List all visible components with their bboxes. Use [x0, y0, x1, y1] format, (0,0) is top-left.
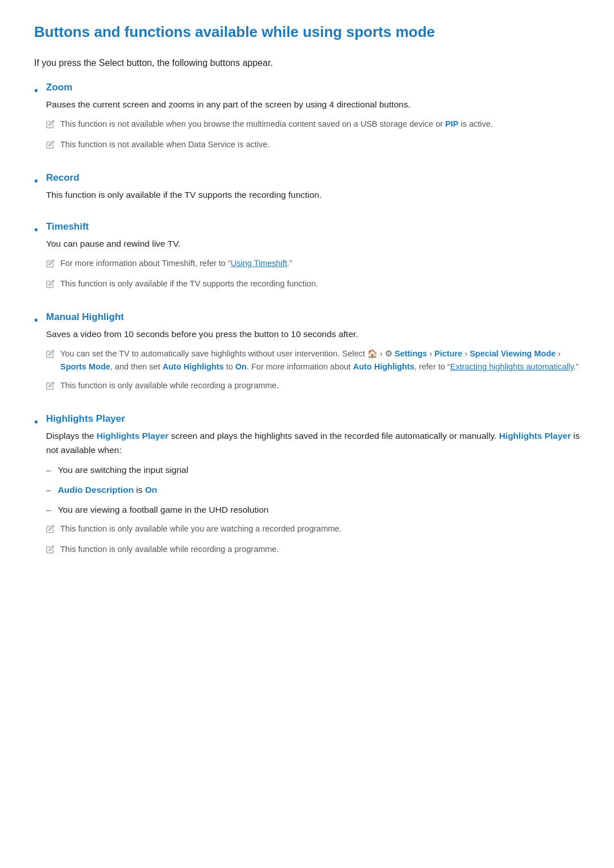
dash-item: –You are switching the input signal	[46, 463, 580, 477]
section-item-manual-highlight: •Manual HighlightSaves a video from 10 s…	[34, 312, 580, 400]
section-title-manual-highlight: Manual Highlight	[46, 312, 580, 323]
dash-text: You are viewing a football game in the U…	[58, 503, 269, 517]
section-desc-highlights-player: Displays the Highlights Player screen an…	[46, 429, 580, 458]
section-desc-record: This function is only available if the T…	[46, 188, 580, 202]
note-item: This function is only available while re…	[46, 543, 580, 558]
section-item-record: •RecordThis function is only available i…	[34, 172, 580, 208]
note-list-timeshift: For more information about Timeshift, re…	[46, 257, 580, 292]
note-item: This function is only available while yo…	[46, 522, 580, 537]
bullet-dot: •	[34, 222, 38, 238]
section-desc-timeshift: You can pause and rewind live TV.	[46, 237, 580, 251]
section-title-highlights-player: Highlights Player	[46, 413, 580, 425]
note-item: This function is not available when Data…	[46, 138, 580, 153]
dash-list-highlights-player: –You are switching the input signal–Audi…	[46, 463, 580, 517]
dash-symbol: –	[46, 483, 51, 497]
note-list-highlights-player: This function is only available while yo…	[46, 522, 580, 558]
dash-item: –Audio Description is On	[46, 483, 580, 497]
section-desc-zoom: Pauses the current screen and zooms in a…	[46, 98, 580, 112]
pencil-icon	[46, 348, 55, 362]
section-list: •ZoomPauses the current screen and zooms…	[34, 82, 580, 564]
note-text: For more information about Timeshift, re…	[60, 257, 580, 270]
section-desc-manual-highlight: Saves a video from 10 seconds before you…	[46, 327, 580, 342]
dash-text: Audio Description is On	[58, 483, 157, 497]
section-content-zoom: ZoomPauses the current screen and zooms …	[46, 82, 580, 159]
note-list-manual-highlight: You can set the TV to automatically save…	[46, 347, 580, 394]
section-content-record: RecordThis function is only available if…	[46, 172, 580, 208]
section-title-record: Record	[46, 172, 580, 184]
pencil-icon	[46, 380, 55, 394]
pencil-icon	[46, 279, 55, 292]
note-item: This function is only available if the T…	[46, 277, 580, 292]
pencil-icon	[46, 524, 55, 537]
note-list-zoom: This function is not available when you …	[46, 118, 580, 153]
bullet-dot: •	[34, 312, 38, 328]
intro-text: If you press the Select button, the foll…	[34, 58, 580, 68]
pencil-icon	[46, 139, 55, 153]
note-item: For more information about Timeshift, re…	[46, 257, 580, 272]
note-text: This function is only available while re…	[60, 543, 580, 556]
note-text: This function is only available if the T…	[60, 277, 580, 290]
pencil-icon	[46, 544, 55, 558]
section-title-zoom: Zoom	[46, 82, 580, 93]
pencil-icon	[46, 258, 55, 272]
bullet-dot: •	[34, 82, 38, 98]
bullet-dot: •	[34, 414, 38, 430]
note-text: This function is only available while yo…	[60, 522, 580, 535]
note-item: This function is only available while re…	[46, 379, 580, 394]
dash-symbol: –	[46, 463, 51, 477]
section-content-timeshift: TimeshiftYou can pause and rewind live T…	[46, 221, 580, 298]
section-title-timeshift: Timeshift	[46, 221, 580, 232]
dash-text: You are switching the input signal	[58, 463, 189, 477]
bullet-dot: •	[34, 173, 38, 189]
note-text: This function is only available while re…	[60, 379, 580, 392]
section-item-highlights-player: •Highlights PlayerDisplays the Highlight…	[34, 413, 580, 563]
page-title: Buttons and functions available while us…	[34, 23, 580, 42]
note-text: This function is not available when Data…	[60, 138, 580, 151]
section-content-manual-highlight: Manual HighlightSaves a video from 10 se…	[46, 312, 580, 400]
pencil-icon	[46, 119, 55, 132]
section-content-highlights-player: Highlights PlayerDisplays the Highlights…	[46, 413, 580, 563]
dash-symbol: –	[46, 503, 51, 517]
dash-item: –You are viewing a football game in the …	[46, 503, 580, 517]
note-text: You can set the TV to automatically save…	[60, 347, 580, 373]
note-item: You can set the TV to automatically save…	[46, 347, 580, 373]
note-item: This function is not available when you …	[46, 118, 580, 132]
note-text: This function is not available when you …	[60, 118, 580, 131]
section-item-timeshift: •TimeshiftYou can pause and rewind live …	[34, 221, 580, 298]
section-item-zoom: •ZoomPauses the current screen and zooms…	[34, 82, 580, 159]
